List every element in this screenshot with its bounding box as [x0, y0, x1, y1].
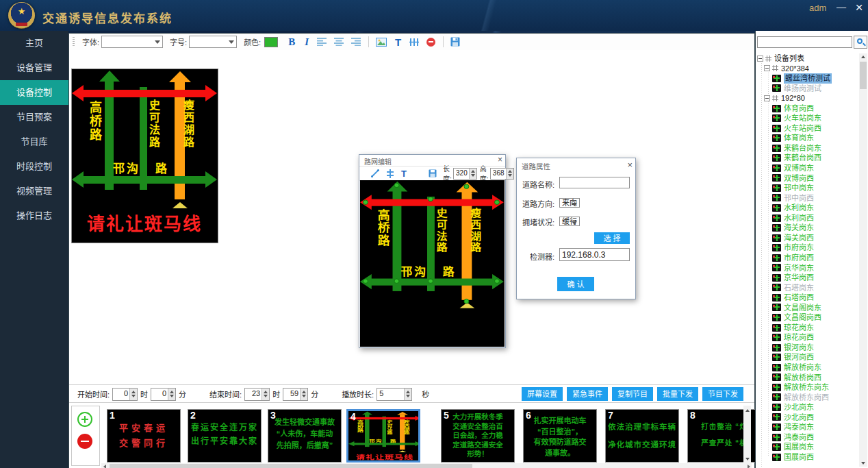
scrollbar-thumb[interactable] — [110, 464, 472, 468]
tree-item-银河岗东[interactable]: 银河岗东 — [757, 343, 859, 353]
start-hour-spinner[interactable]: 0 — [112, 388, 138, 401]
thumbnail-3[interactable]: 发生轻微交通事故“人未伤，车能动先拍照，后撤离”3 — [268, 409, 342, 463]
editor-canvas[interactable]: 高桥路 史可法路 瘦西湖路 邗沟 路 请礼让斑马线 路网编辑 × — [69, 50, 754, 384]
scrollbar-thumb[interactable] — [860, 62, 867, 89]
color-swatch[interactable] — [264, 37, 278, 47]
thumbnail-5[interactable]: 大力开展秋冬季交通安全整治百日会战，全力稳定道路交通安全形势！5 — [441, 409, 515, 463]
scroll-down-icon[interactable] — [859, 460, 867, 467]
spinner-buttons[interactable] — [261, 389, 269, 400]
forbid-icon[interactable] — [426, 38, 435, 47]
thumbnail-2[interactable]: 春运安全连万家出行平安靠大家2 — [188, 409, 261, 463]
end-hour-value[interactable]: 23 — [245, 389, 261, 400]
sidebar-item-3[interactable]: 节目预案 — [0, 105, 68, 130]
close-icon[interactable]: × — [852, 0, 867, 15]
image-icon[interactable] — [376, 38, 387, 47]
tree-item-解放桥岗东[interactable]: 解放桥岗东 — [757, 362, 859, 373]
minimize-icon[interactable]: — — [834, 1, 849, 14]
save-tool-icon[interactable] — [429, 169, 437, 177]
text-tool-icon[interactable]: T — [401, 169, 407, 179]
spinner-buttons[interactable] — [300, 389, 307, 400]
line-tool-icon[interactable] — [371, 169, 379, 177]
road-tool-icon[interactable] — [386, 169, 394, 178]
tree-item-来鹤台岗西[interactable]: 来鹤台岗西 — [757, 153, 859, 163]
tree-scrollbar[interactable] — [859, 53, 867, 467]
tree-item-琼花岗西[interactable]: 琼花岗西 — [757, 332, 859, 343]
edit-handle[interactable] — [394, 183, 400, 188]
tree-item-邗中岗东[interactable]: 邗中岗东 — [757, 183, 859, 193]
length-value[interactable]: 320 — [454, 169, 469, 179]
screen-settings-button[interactable]: 屏幕设置 — [522, 387, 563, 401]
sidebar-item-1[interactable]: 设备管理 — [0, 56, 68, 80]
edit-handle[interactable] — [463, 184, 469, 189]
tree-item-沙北岗东[interactable]: 沙北岗东 — [757, 402, 859, 412]
start-minute-value[interactable]: 0 — [151, 389, 168, 400]
program-send-button[interactable]: 节目下发 — [702, 387, 743, 401]
tree-item-文昌阁岗西[interactable]: 文昌阁岗西 — [757, 312, 859, 323]
align-center-icon[interactable] — [334, 38, 344, 46]
spinner-up-icon[interactable] — [131, 391, 136, 393]
spinner-buttons[interactable] — [129, 389, 137, 400]
emergency-event-button[interactable]: 紧急事件 — [567, 387, 608, 401]
tree-item-海关岗东[interactable]: 海关岗东 — [757, 223, 859, 233]
thumbnail-6[interactable]: 扎实开展电动车“百日整治”，有效预防道路交通事故。6 — [523, 409, 597, 463]
italic-button[interactable]: I — [305, 36, 309, 48]
spinner-up-icon[interactable] — [302, 391, 306, 393]
remove-program-button[interactable] — [77, 434, 92, 449]
spinner-down-icon[interactable] — [471, 174, 475, 177]
sidebar-item-0[interactable]: 主页 — [0, 31, 68, 56]
tree-group-192*80[interactable]: 192*80 — [757, 93, 859, 103]
tree-root[interactable]: 设备列表 — [757, 53, 859, 64]
spinner-buttons[interactable] — [469, 169, 476, 179]
sidebar-item-4[interactable]: 节目库 — [0, 130, 68, 154]
tree-item-国展岗东[interactable]: 国展岗东 — [757, 442, 859, 452]
thumbnail-1[interactable]: 平安春运交警同行1 — [107, 409, 181, 463]
scroll-down-icon[interactable] — [744, 456, 750, 462]
tree-item-鸿泰岗东[interactable]: 鸿泰岗东 — [757, 422, 859, 432]
spinner-down-icon[interactable] — [302, 395, 306, 397]
select-button[interactable]: 选 择 — [594, 232, 630, 244]
spinner-buttons[interactable] — [506, 169, 513, 179]
roadnet-close-icon[interactable]: × — [498, 155, 502, 165]
tree-item-沙北岗西[interactable]: 沙北岗西 — [757, 412, 859, 423]
start-hour-value[interactable]: 0 — [113, 389, 129, 400]
roadprops-close-icon[interactable]: × — [627, 160, 633, 170]
scroll-up-icon[interactable] — [744, 407, 750, 413]
tree-group-320*384[interactable]: 320*384 — [757, 64, 859, 74]
sidebar-item-7[interactable]: 操作日志 — [0, 204, 68, 228]
horizontal-scrollbar[interactable] — [101, 463, 752, 468]
scroll-up-icon[interactable] — [859, 53, 867, 60]
copy-program-button[interactable]: 复制节目 — [612, 387, 653, 401]
sign-preview[interactable]: 高桥路 史可法路 瘦西湖路 邗沟 路 请礼让斑马线 — [71, 69, 218, 243]
spinner-up-icon[interactable] — [170, 391, 174, 393]
detector-input[interactable] — [559, 248, 630, 261]
edit-handle[interactable] — [428, 279, 433, 284]
edit-handle[interactable] — [363, 200, 368, 205]
tree-item-京华岗东[interactable]: 京华岗东 — [757, 262, 859, 273]
tree-item-水利岗东[interactable]: 水利岗东 — [757, 203, 859, 213]
tree-item-石塔岗东[interactable]: 石塔岗东 — [757, 283, 859, 293]
spinner-up-icon[interactable] — [471, 170, 475, 173]
length-spinner[interactable]: 320 — [453, 168, 477, 180]
text-tool-button[interactable]: T — [395, 36, 401, 48]
edit-handle[interactable] — [394, 279, 400, 284]
size-select[interactable] — [189, 36, 237, 48]
save-icon[interactable] — [450, 37, 460, 47]
end-hour-spinner[interactable]: 23 — [244, 388, 270, 401]
batch-send-button[interactable]: 批量下发 — [657, 387, 698, 401]
height-spinner[interactable]: 368 — [490, 168, 514, 180]
edit-handle[interactable] — [428, 197, 433, 201]
font-select[interactable] — [101, 36, 163, 48]
tree-item-火车站岗西[interactable]: 火车站岗西 — [757, 123, 859, 134]
tree-item-银河岗西[interactable]: 银河岗西 — [757, 352, 859, 362]
bold-button[interactable]: B — [288, 36, 295, 48]
edit-handle[interactable] — [494, 279, 500, 284]
tree-item-鸿泰岗西[interactable]: 鸿泰岗西 — [757, 432, 859, 443]
vertical-scrollbar[interactable] — [743, 406, 751, 463]
roadname-input[interactable] — [559, 177, 630, 188]
tree-item-火车站岗东[interactable]: 火车站岗东 — [757, 113, 859, 123]
tree-item-京华岗西[interactable]: 京华岗西 — [757, 273, 859, 283]
tree-item-水利岗西[interactable]: 水利岗西 — [757, 213, 859, 223]
layout-icon[interactable] — [409, 38, 419, 47]
search-button[interactable] — [854, 36, 867, 49]
duration-value[interactable]: 5 — [377, 389, 404, 400]
